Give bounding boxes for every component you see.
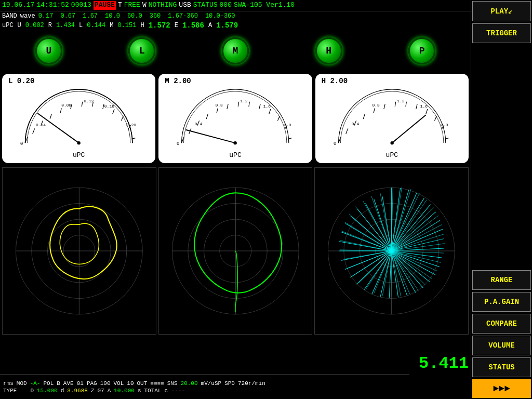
svg-line-19	[37, 113, 78, 143]
arrow-button[interactable]: ►►►	[472, 379, 531, 398]
meter-h-svg: 0 0.4 0.8 1.2 1.6 2.0	[317, 85, 467, 151]
meters-row: L 0.20	[0, 72, 471, 165]
e-label: E	[175, 22, 178, 29]
vol-value: 10	[127, 380, 134, 387]
wave-label: wave	[20, 12, 35, 20]
out-label: OUT	[137, 380, 148, 387]
compare-button[interactable]: COMPARE	[472, 314, 531, 334]
datetime: 19.06.17	[2, 1, 34, 10]
svg-line-47	[383, 104, 384, 109]
type-label: TYPE	[3, 388, 17, 394]
nothing-label: NOTHING	[149, 1, 177, 10]
polar-right	[314, 167, 469, 335]
time: 14:31:52	[36, 1, 69, 10]
play-button[interactable]: PLAY↙	[472, 1, 531, 21]
svg-line-28	[249, 102, 250, 107]
z-value: 07	[97, 388, 104, 394]
mod-value: -A-	[30, 380, 41, 387]
svg-line-61	[392, 115, 425, 143]
svg-line-26	[227, 104, 228, 109]
svg-line-24	[206, 114, 208, 119]
polar-right-svg	[315, 168, 468, 334]
svg-text:0.4: 0.4	[195, 122, 203, 126]
mod-label: MOD	[17, 380, 27, 387]
meter-h-title: H 2.00	[317, 77, 348, 85]
l-button[interactable]: L	[128, 37, 155, 64]
trigger-button[interactable]: TRIGGER	[472, 23, 531, 43]
svg-text:0.20: 0.20	[126, 123, 136, 127]
r-label: R	[48, 22, 52, 29]
band-label: BAND	[2, 12, 17, 20]
svg-point-20	[77, 141, 80, 144]
freq-1: 0.17	[38, 12, 54, 20]
meter-h: H 2.00	[315, 74, 469, 163]
freq-8: 10.0-360	[205, 12, 235, 20]
h-button[interactable]: H	[315, 37, 342, 64]
total-value: c ----	[165, 388, 185, 394]
svg-line-33	[289, 138, 292, 139]
svg-text:1.2: 1.2	[397, 99, 405, 103]
pag-value: 100	[100, 380, 111, 387]
d-value: 15.000	[37, 388, 58, 394]
svg-line-4	[60, 108, 61, 113]
m-value: 0.151	[117, 22, 136, 29]
l-value: 0.144	[87, 22, 105, 29]
svg-line-12	[132, 138, 136, 139]
out-value: ■■■■	[150, 380, 164, 387]
freq-4: 10.0	[105, 12, 120, 20]
polar-middle	[158, 167, 313, 335]
meter-l: L 0.20	[2, 74, 155, 163]
vol-label: VOL	[114, 380, 124, 387]
range-button[interactable]: RANGE	[472, 270, 531, 290]
m-button[interactable]: M	[222, 37, 249, 64]
w-label: W	[142, 1, 147, 10]
d-small-value: 3.9688	[67, 388, 88, 394]
meter-l-title: L 0.20	[4, 77, 34, 85]
svg-text:0.16: 0.16	[104, 104, 114, 109]
svg-text:0.08: 0.08	[61, 103, 71, 108]
freq-6: 360	[150, 12, 161, 20]
h-label: H	[140, 22, 144, 29]
meter-h-label: uPC	[386, 151, 398, 161]
svg-text:0.8: 0.8	[216, 103, 223, 108]
svg-text:0.04: 0.04	[36, 123, 46, 127]
svg-line-27	[238, 102, 240, 107]
polar-row	[0, 165, 471, 337]
svg-line-40	[186, 130, 235, 143]
t-label: T	[118, 1, 122, 10]
p-button[interactable]: P	[408, 37, 435, 64]
meter-m-svg: 0 0.4 0.8 1.2 1.6 2.0	[161, 85, 310, 151]
svg-line-54	[446, 138, 449, 139]
svg-line-52	[434, 116, 436, 121]
s-label: s	[138, 388, 141, 394]
svg-line-9	[113, 109, 114, 114]
svg-line-8	[103, 104, 104, 109]
svg-line-3	[50, 114, 51, 119]
z-label: Z	[91, 388, 95, 394]
pagain-button[interactable]: P.A.GAIN	[472, 292, 531, 312]
band-row: BAND wave 0.17 0.67 1.67 10.0 60.0 360 1…	[0, 11, 471, 21]
freq-5: 60.0	[127, 12, 142, 20]
svg-line-51	[425, 109, 427, 114]
svg-line-25	[217, 108, 218, 113]
volume-button[interactable]: VOLUME	[472, 336, 531, 355]
svg-point-41	[234, 141, 237, 144]
status-button[interactable]: STATUS	[472, 357, 531, 377]
usb-label: USB	[179, 1, 191, 10]
version: SWA-105 Ver1.10	[234, 1, 295, 10]
a-label: A	[208, 22, 212, 29]
a-value: 1.579	[216, 21, 238, 30]
spd-label: SPD	[224, 380, 235, 387]
m-label: M	[110, 22, 113, 29]
l-label: L	[79, 22, 83, 29]
svg-line-30	[269, 109, 271, 114]
upc-label: uPC	[2, 22, 14, 29]
svg-line-50	[416, 104, 417, 109]
polar-middle-svg	[159, 168, 312, 334]
svg-text:2.0: 2.0	[441, 123, 448, 127]
status-label-top: STATUS	[193, 1, 218, 10]
u-button[interactable]: U	[35, 37, 62, 64]
sidebar: PLAY↙ TRIGGER RANGE P.A.GAIN COMPARE VOL…	[471, 0, 532, 399]
meter-l-svg: 0 0.04 0.08 0.12 0.16 0.20	[4, 85, 153, 151]
svg-line-31	[278, 116, 280, 121]
